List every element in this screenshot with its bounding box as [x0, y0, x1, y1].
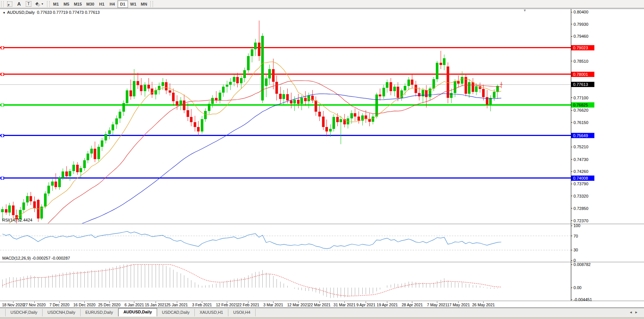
rsi-axis: 10070300: [571, 223, 580, 263]
symbol-tab-USDCNH[interactable]: USDCNH,Daily: [43, 309, 81, 316]
price-label-support-blue-2: 0.74008: [571, 176, 594, 181]
svg-text:0.76150: 0.76150: [573, 120, 588, 125]
svg-text:0.79023: 0.79023: [573, 46, 588, 50]
svg-text:19 Apr 2021: 19 Apr 2021: [377, 303, 398, 307]
symbol-tab-bar: USDCHF,DailyUSDCNH,DailyEURUSD,DailyAUDU…: [0, 308, 644, 316]
symbol-tab-USDCHF[interactable]: USDCHF,Daily: [5, 309, 43, 316]
svg-text:0.74730: 0.74730: [573, 157, 588, 162]
symbol-tab-EURUSD[interactable]: EURUSD,Daily: [81, 309, 118, 316]
text-label-icon[interactable]: T: [24, 0, 34, 8]
symbol-tab-AUDUSD[interactable]: AUDUSD,Daily: [118, 308, 157, 316]
hline-marker: [1, 177, 4, 179]
timeframe-button-W1[interactable]: W1: [128, 0, 139, 8]
chart-canvas[interactable]: 0.804000.799300.794600.785100.771000.766…: [0, 8, 644, 308]
svg-text:12 Feb 2021: 12 Feb 2021: [216, 303, 238, 307]
ohlc-values: 0.77633 0.77719 0.77473 0.77613: [37, 10, 100, 15]
svg-text:0.80400: 0.80400: [573, 10, 588, 14]
svg-text:0.79460: 0.79460: [573, 34, 588, 38]
svg-text:22 Mar 2021: 22 Mar 2021: [309, 303, 331, 307]
price-label-support-green: 0.76825: [571, 102, 594, 108]
rsi-line: [3, 231, 501, 248]
svg-text:0.77613: 0.77613: [573, 82, 588, 87]
tab-scroll-left-icon[interactable]: ◄: [629, 310, 635, 314]
hline-resistance-2[interactable]: [0, 73, 571, 75]
svg-text:25 Dec 2020: 25 Dec 2020: [98, 303, 121, 307]
svg-text:3 Mar 2021: 3 Mar 2021: [263, 303, 283, 307]
svg-text:16 Dec 2020: 16 Dec 2020: [73, 303, 96, 307]
mt4-window: F A T ▼ M1M5M15M30H1H4D1W1MN 0.804000.79…: [0, 0, 644, 319]
svg-text:31 Mar 2021: 31 Mar 2021: [334, 303, 356, 307]
hline-marker: [1, 134, 4, 137]
svg-text:7 May 2021: 7 May 2021: [427, 303, 447, 307]
svg-text:17 May 2021: 17 May 2021: [447, 303, 470, 307]
svg-text:0.72850: 0.72850: [573, 206, 588, 211]
candlestick-series: [1, 21, 503, 224]
symbol-tab-XAUUSD[interactable]: XAUUSD,H1: [195, 309, 228, 316]
svg-text:0.77100: 0.77100: [573, 96, 588, 100]
svg-text:0.008782: 0.008782: [573, 262, 591, 267]
hline-marker: [1, 103, 4, 106]
toolbar-grip-3[interactable]: [150, 1, 153, 7]
svg-text:7 Dec 2020: 7 Dec 2020: [49, 303, 69, 307]
svg-text:15 Jan 2021: 15 Jan 2021: [145, 303, 166, 307]
timeframe-button-H1[interactable]: H1: [97, 0, 107, 8]
timeframe-button-MN[interactable]: MN: [138, 0, 149, 8]
timeframe-button-M1[interactable]: M1: [51, 0, 61, 8]
date-axis: 18 Nov 202027 Nov 20207 Dec 202016 Dec 2…: [2, 301, 495, 307]
tab-scroll-arrows: ◄►: [629, 310, 640, 314]
toolbar-grip[interactable]: [1, 1, 4, 7]
hline-resistance-1[interactable]: [0, 46, 571, 49]
symbol-dropdown-icon[interactable]: ▼: [3, 11, 6, 15]
toolbar-grip-2[interactable]: [47, 1, 50, 7]
macd-axis: 0.0087820.00-0.004451: [571, 262, 592, 302]
svg-text:0.78001: 0.78001: [573, 72, 588, 77]
timeframe-button-D1[interactable]: D1: [118, 0, 128, 8]
timeframe-button-H4[interactable]: H4: [107, 0, 118, 8]
tab-scroll-right-icon[interactable]: ►: [635, 310, 640, 314]
svg-text:0.76620: 0.76620: [573, 108, 588, 112]
timeframe-button-M30[interactable]: M30: [84, 0, 96, 8]
svg-text:28 Apr 2021: 28 Apr 2021: [401, 303, 423, 307]
hline-support-blue-1[interactable]: [0, 134, 571, 137]
price-label-support-blue-1: 0.75649: [571, 133, 594, 138]
chart-grid-icon[interactable]: F: [5, 0, 15, 8]
svg-text:25 Jan 2021: 25 Jan 2021: [166, 303, 188, 307]
hline-support-green[interactable]: [0, 103, 571, 106]
chart-window[interactable]: 0.804000.799300.794600.785100.771000.766…: [0, 8, 644, 308]
symbol-tab-USDCAD[interactable]: USDCAD,Daily: [157, 309, 195, 316]
toolbar: F A T ▼ M1M5M15M30H1H4D1W1MN: [0, 0, 644, 8]
svg-text:0.75210: 0.75210: [573, 145, 588, 149]
color-scheme-icon[interactable]: ▼: [34, 0, 46, 8]
hline-support-blue-2[interactable]: [0, 177, 571, 179]
svg-text:22 Feb 2021: 22 Feb 2021: [237, 303, 259, 307]
text-a-icon[interactable]: A: [15, 0, 24, 8]
hline-marker: [1, 46, 4, 49]
macd-indicator-label: MACD(12,26,9) -0.000257 -0.000287: [2, 256, 70, 260]
svg-text:70: 70: [573, 234, 578, 238]
rsi-indicator-label: RSI(14) 52.4424: [2, 218, 32, 222]
svg-text:27 Nov 2020: 27 Nov 2020: [24, 303, 46, 307]
svg-text:0.78510: 0.78510: [573, 59, 588, 64]
symbol-tab-USOil[interactable]: USOil,H4: [228, 309, 256, 316]
svg-text:0.74008: 0.74008: [573, 176, 588, 180]
svg-text:3 Feb 2021: 3 Feb 2021: [192, 303, 212, 307]
chart-title: ▼AUDUSD,Daily 0.77633 0.77719 0.77473 0.…: [3, 10, 100, 15]
status-strip: [0, 316, 644, 319]
price-label-resistance-1: 0.79023: [571, 45, 594, 50]
svg-text:26 May 2021: 26 May 2021: [472, 303, 495, 307]
svg-text:12 Mar 2021: 12 Mar 2021: [287, 303, 309, 307]
dropdown-arrow-icon: ▼: [41, 3, 44, 5]
svg-text:0.75649: 0.75649: [573, 133, 588, 138]
timeframe-button-M15[interactable]: M15: [72, 0, 84, 8]
chart-shift-marker[interactable]: ▼: [523, 9, 526, 12]
svg-text:0.73320: 0.73320: [573, 194, 588, 198]
current-price-label: 0.77613: [571, 82, 594, 87]
svg-text:6 Jan 2021: 6 Jan 2021: [125, 303, 144, 307]
symbol-name: AUDUSD,Daily: [7, 10, 35, 15]
svg-text:18 Nov 2020: 18 Nov 2020: [2, 303, 24, 307]
svg-text:0.73790: 0.73790: [573, 182, 588, 186]
timeframe-button-M5[interactable]: M5: [61, 0, 72, 8]
svg-text:0.76825: 0.76825: [573, 103, 588, 107]
svg-text:100: 100: [573, 223, 580, 228]
svg-text:-0.004451: -0.004451: [573, 297, 592, 302]
